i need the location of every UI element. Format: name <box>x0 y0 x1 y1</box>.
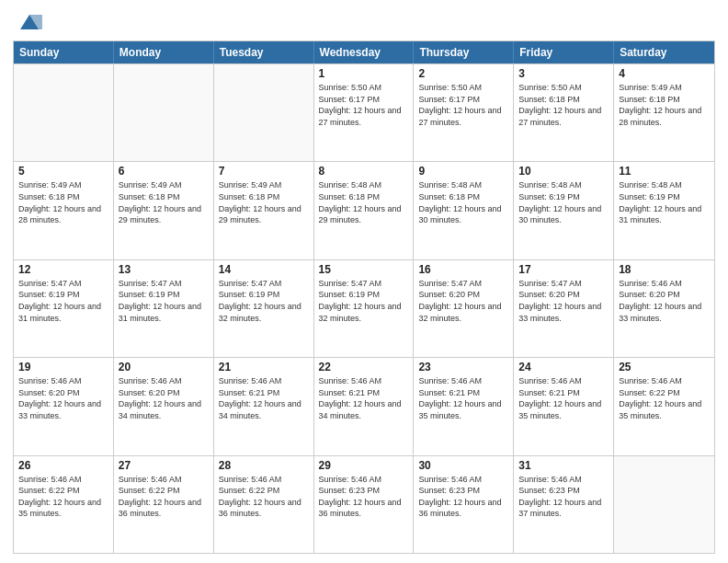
day-number: 7 <box>219 165 309 178</box>
header-day-tuesday: Tuesday <box>214 41 314 63</box>
day-number: 26 <box>18 459 108 472</box>
day-info: Sunrise: 5:50 AM Sunset: 6:18 PM Dayligh… <box>518 82 609 128</box>
calendar-cell-24: 24Sunrise: 5:46 AM Sunset: 6:21 PM Dayli… <box>514 358 614 454</box>
calendar-row-3: 19Sunrise: 5:46 AM Sunset: 6:20 PM Dayli… <box>14 357 714 454</box>
day-info: Sunrise: 5:46 AM Sunset: 6:20 PM Dayligh… <box>18 375 108 421</box>
calendar-cell-17: 17Sunrise: 5:47 AM Sunset: 6:20 PM Dayli… <box>514 260 614 357</box>
calendar-cell-4: 4Sunrise: 5:49 AM Sunset: 6:18 PM Daylig… <box>614 64 714 161</box>
day-info: Sunrise: 5:49 AM Sunset: 6:18 PM Dayligh… <box>119 179 209 225</box>
day-info: Sunrise: 5:50 AM Sunset: 6:17 PM Dayligh… <box>418 82 508 128</box>
day-number: 22 <box>319 361 409 373</box>
day-number: 19 <box>18 361 108 373</box>
day-info: Sunrise: 5:47 AM Sunset: 6:19 PM Dayligh… <box>119 278 209 324</box>
day-info: Sunrise: 5:47 AM Sunset: 6:19 PM Dayligh… <box>219 278 309 324</box>
header <box>13 9 715 35</box>
header-day-friday: Friday <box>514 41 614 63</box>
day-number: 4 <box>619 67 710 80</box>
day-number: 31 <box>518 459 609 472</box>
day-info: Sunrise: 5:47 AM Sunset: 6:20 PM Dayligh… <box>518 278 609 324</box>
day-info: Sunrise: 5:46 AM Sunset: 6:22 PM Dayligh… <box>119 474 209 520</box>
calendar-cell-9: 9Sunrise: 5:48 AM Sunset: 6:18 PM Daylig… <box>414 162 514 259</box>
calendar-cell-23: 23Sunrise: 5:46 AM Sunset: 6:21 PM Dayli… <box>414 358 514 454</box>
day-info: Sunrise: 5:46 AM Sunset: 6:23 PM Dayligh… <box>518 474 609 520</box>
logo-icon <box>17 9 42 35</box>
day-info: Sunrise: 5:50 AM Sunset: 6:17 PM Dayligh… <box>319 82 409 128</box>
day-info: Sunrise: 5:47 AM Sunset: 6:19 PM Dayligh… <box>18 278 108 324</box>
day-number: 11 <box>619 165 710 178</box>
day-number: 30 <box>418 459 508 472</box>
day-number: 25 <box>619 361 710 373</box>
day-info: Sunrise: 5:46 AM Sunset: 6:20 PM Dayligh… <box>619 278 710 324</box>
day-number: 10 <box>518 165 609 178</box>
calendar-cell-11: 11Sunrise: 5:48 AM Sunset: 6:19 PM Dayli… <box>614 162 714 259</box>
day-info: Sunrise: 5:48 AM Sunset: 6:18 PM Dayligh… <box>418 179 508 225</box>
header-day-thursday: Thursday <box>414 41 514 63</box>
day-info: Sunrise: 5:48 AM Sunset: 6:19 PM Dayligh… <box>619 179 710 225</box>
calendar-cell-15: 15Sunrise: 5:47 AM Sunset: 6:19 PM Dayli… <box>314 260 415 357</box>
day-info: Sunrise: 5:46 AM Sunset: 6:21 PM Dayligh… <box>518 375 609 421</box>
header-day-sunday: Sunday <box>14 41 114 63</box>
day-number: 17 <box>518 263 609 276</box>
day-info: Sunrise: 5:48 AM Sunset: 6:18 PM Dayligh… <box>319 179 409 225</box>
calendar-cell-30: 30Sunrise: 5:46 AM Sunset: 6:23 PM Dayli… <box>414 456 514 553</box>
header-day-monday: Monday <box>114 41 214 63</box>
day-info: Sunrise: 5:46 AM Sunset: 6:23 PM Dayligh… <box>418 474 508 520</box>
day-number: 20 <box>119 361 209 373</box>
day-info: Sunrise: 5:47 AM Sunset: 6:19 PM Dayligh… <box>319 278 409 324</box>
calendar: SundayMondayTuesdayWednesdayThursdayFrid… <box>13 40 715 554</box>
day-number: 3 <box>518 67 609 80</box>
calendar-cell-empty-0-1 <box>114 64 214 161</box>
day-number: 16 <box>418 263 508 276</box>
day-info: Sunrise: 5:46 AM Sunset: 6:23 PM Dayligh… <box>319 474 409 520</box>
day-info: Sunrise: 5:46 AM Sunset: 6:22 PM Dayligh… <box>619 375 710 421</box>
day-number: 28 <box>219 459 309 472</box>
calendar-row-2: 12Sunrise: 5:47 AM Sunset: 6:19 PM Dayli… <box>14 259 714 357</box>
calendar-cell-18: 18Sunrise: 5:46 AM Sunset: 6:20 PM Dayli… <box>614 260 714 357</box>
calendar-cell-16: 16Sunrise: 5:47 AM Sunset: 6:20 PM Dayli… <box>414 260 514 357</box>
day-number: 21 <box>219 361 309 373</box>
day-number: 23 <box>418 361 508 373</box>
calendar-cell-29: 29Sunrise: 5:46 AM Sunset: 6:23 PM Dayli… <box>314 456 415 553</box>
day-number: 27 <box>119 459 209 472</box>
day-number: 13 <box>119 263 209 276</box>
calendar-cell-22: 22Sunrise: 5:46 AM Sunset: 6:21 PM Dayli… <box>314 358 415 454</box>
day-number: 15 <box>319 263 409 276</box>
day-number: 9 <box>418 165 508 178</box>
calendar-cell-14: 14Sunrise: 5:47 AM Sunset: 6:19 PM Dayli… <box>214 260 314 357</box>
calendar-cell-25: 25Sunrise: 5:46 AM Sunset: 6:22 PM Dayli… <box>614 358 714 454</box>
calendar-cell-20: 20Sunrise: 5:46 AM Sunset: 6:20 PM Dayli… <box>114 358 214 454</box>
day-number: 18 <box>619 263 710 276</box>
day-number: 6 <box>119 165 209 178</box>
calendar-row-0: 1Sunrise: 5:50 AM Sunset: 6:17 PM Daylig… <box>14 63 714 161</box>
day-number: 12 <box>18 263 108 276</box>
calendar-cell-12: 12Sunrise: 5:47 AM Sunset: 6:19 PM Dayli… <box>14 260 114 357</box>
header-day-wednesday: Wednesday <box>314 41 415 63</box>
day-info: Sunrise: 5:46 AM Sunset: 6:22 PM Dayligh… <box>18 474 108 520</box>
calendar-row-4: 26Sunrise: 5:46 AM Sunset: 6:22 PM Dayli… <box>14 455 714 553</box>
calendar-cell-31: 31Sunrise: 5:46 AM Sunset: 6:23 PM Dayli… <box>514 456 614 553</box>
day-number: 5 <box>18 165 108 178</box>
calendar-cell-empty-0-2 <box>214 64 314 161</box>
calendar-cell-2: 2Sunrise: 5:50 AM Sunset: 6:17 PM Daylig… <box>414 64 514 161</box>
logo <box>13 9 42 35</box>
day-info: Sunrise: 5:49 AM Sunset: 6:18 PM Dayligh… <box>619 82 710 128</box>
calendar-cell-13: 13Sunrise: 5:47 AM Sunset: 6:19 PM Dayli… <box>114 260 214 357</box>
calendar-cell-19: 19Sunrise: 5:46 AM Sunset: 6:20 PM Dayli… <box>14 358 114 454</box>
calendar-header: SundayMondayTuesdayWednesdayThursdayFrid… <box>14 41 714 63</box>
day-info: Sunrise: 5:46 AM Sunset: 6:21 PM Dayligh… <box>219 375 309 421</box>
calendar-cell-1: 1Sunrise: 5:50 AM Sunset: 6:17 PM Daylig… <box>314 64 415 161</box>
calendar-cell-26: 26Sunrise: 5:46 AM Sunset: 6:22 PM Dayli… <box>14 456 114 553</box>
day-info: Sunrise: 5:46 AM Sunset: 6:21 PM Dayligh… <box>418 375 508 421</box>
calendar-cell-empty-0-0 <box>14 64 114 161</box>
calendar-cell-5: 5Sunrise: 5:49 AM Sunset: 6:18 PM Daylig… <box>14 162 114 259</box>
calendar-cell-28: 28Sunrise: 5:46 AM Sunset: 6:22 PM Dayli… <box>214 456 314 553</box>
day-info: Sunrise: 5:49 AM Sunset: 6:18 PM Dayligh… <box>18 179 108 225</box>
day-info: Sunrise: 5:46 AM Sunset: 6:22 PM Dayligh… <box>219 474 309 520</box>
calendar-cell-21: 21Sunrise: 5:46 AM Sunset: 6:21 PM Dayli… <box>214 358 314 454</box>
calendar-cell-3: 3Sunrise: 5:50 AM Sunset: 6:18 PM Daylig… <box>514 64 614 161</box>
day-number: 8 <box>319 165 409 178</box>
calendar-cell-empty-4-6 <box>614 456 714 553</box>
calendar-cell-6: 6Sunrise: 5:49 AM Sunset: 6:18 PM Daylig… <box>114 162 214 259</box>
day-number: 14 <box>219 263 309 276</box>
svg-marker-1 <box>29 15 42 29</box>
